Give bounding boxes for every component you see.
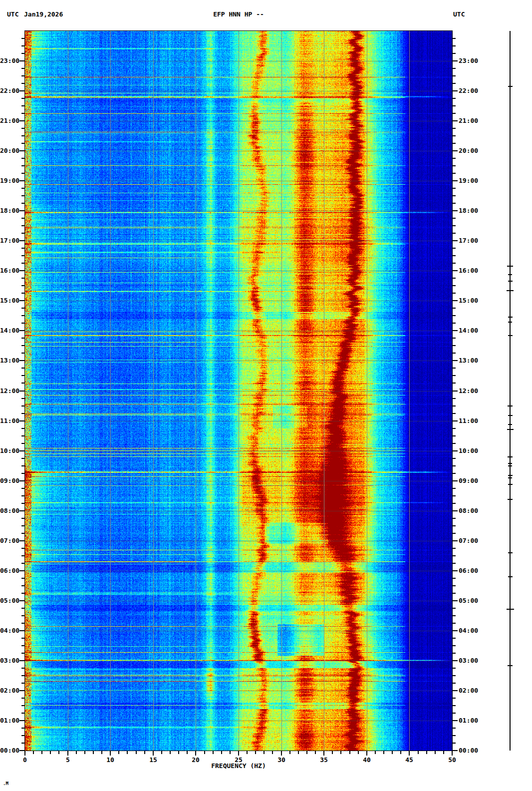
quarter-tick (21, 713, 25, 714)
freq-tick (230, 751, 231, 754)
quarter-tick (21, 465, 25, 466)
hour-label: 21:00 (0, 117, 18, 124)
quarter-tick (452, 263, 456, 264)
quarter-tick (452, 375, 456, 376)
quarter-tick (21, 578, 25, 579)
hour-label: 02:00 (459, 687, 482, 694)
quarter-tick (452, 315, 456, 316)
freq-tick (76, 751, 77, 754)
freq-tick (323, 751, 324, 756)
event-marker-tick (507, 609, 514, 610)
hour-tick (19, 360, 25, 361)
quarter-tick (21, 113, 25, 114)
quarter-tick (21, 503, 25, 504)
freq-tick (204, 751, 205, 754)
hour-tick (19, 540, 25, 541)
hour-label: 11:00 (0, 417, 18, 424)
quarter-tick (452, 98, 456, 99)
hour-tick (452, 570, 458, 571)
quarter-tick (21, 83, 25, 84)
quarter-tick (452, 83, 456, 84)
event-marker-tick (508, 456, 513, 457)
hour-tick (452, 240, 458, 241)
quarter-tick (452, 698, 456, 699)
quarter-tick (21, 263, 25, 264)
freq-tick (435, 751, 436, 754)
hour-label: 07:00 (0, 537, 18, 544)
quarter-tick (452, 128, 456, 129)
hour-tick (19, 210, 25, 211)
hour-label: 05:00 (459, 597, 482, 604)
freq-tick (24, 751, 25, 756)
quarter-tick (21, 518, 25, 519)
quarter-tick (21, 255, 25, 256)
hour-label: 09:00 (0, 477, 18, 484)
quarter-tick (452, 233, 456, 234)
freq-tick (33, 751, 34, 754)
quarter-tick (452, 615, 456, 616)
quarter-tick (452, 405, 456, 406)
quarter-tick (21, 398, 25, 399)
freq-tick (418, 751, 419, 754)
quarter-tick (452, 705, 456, 706)
hour-tick (19, 600, 25, 601)
freq-tick (289, 751, 290, 754)
quarter-tick (452, 158, 456, 159)
event-marker-tick (508, 499, 513, 500)
hour-tick (19, 630, 25, 631)
quarter-tick (452, 728, 456, 729)
hour-tick (452, 120, 458, 121)
quarter-tick (452, 113, 456, 114)
quarter-tick (452, 278, 456, 279)
freq-tick (221, 751, 222, 754)
quarter-tick (21, 293, 25, 294)
quarter-tick (452, 675, 456, 676)
freq-tick-label: 35 (314, 757, 334, 764)
quarter-tick (21, 533, 25, 534)
hour-label: 23:00 (459, 57, 482, 64)
freq-tick-label: 45 (399, 757, 419, 764)
freq-tick (409, 751, 410, 756)
quarter-tick (452, 173, 456, 174)
hour-label: 22:00 (0, 87, 18, 94)
quarter-tick (21, 608, 25, 609)
quarter-tick (21, 338, 25, 339)
hour-tick (452, 660, 458, 661)
quarter-tick (21, 645, 25, 646)
quarter-tick (452, 578, 456, 579)
hour-label: 09:00 (459, 477, 482, 484)
hour-tick (452, 270, 458, 271)
quarter-tick (21, 638, 25, 639)
hour-label: 15:00 (0, 297, 18, 304)
event-marker-tick (508, 475, 513, 476)
hour-label: 00:00 (0, 747, 18, 754)
freq-tick (272, 751, 273, 754)
freq-tick-label: 40 (357, 757, 377, 764)
quarter-tick (452, 525, 456, 526)
hour-tick (19, 420, 25, 421)
freq-tick-label: 0 (15, 757, 35, 764)
hour-label: 07:00 (459, 537, 482, 544)
event-marker-line (510, 31, 511, 751)
quarter-tick (452, 353, 456, 354)
quarter-tick (21, 323, 25, 324)
freq-tick (375, 751, 376, 754)
quarter-tick (452, 503, 456, 504)
station-title: EFP HNN HP -- (25, 10, 452, 18)
quarter-tick (452, 135, 456, 136)
quarter-tick (21, 435, 25, 436)
freq-tick (264, 751, 265, 754)
event-marker-tick (508, 335, 513, 336)
spectrogram-plot (24, 30, 453, 751)
quarter-tick (21, 653, 25, 654)
quarter-tick (21, 675, 25, 676)
quarter-tick (21, 38, 25, 39)
quarter-tick (452, 713, 456, 714)
quarter-tick (21, 53, 25, 54)
hour-tick (452, 600, 458, 601)
quarter-tick (452, 413, 456, 414)
quarter-tick (21, 195, 25, 196)
hour-label: 15:00 (459, 297, 482, 304)
hour-label: 13:00 (0, 357, 18, 364)
quarter-tick (452, 75, 456, 76)
